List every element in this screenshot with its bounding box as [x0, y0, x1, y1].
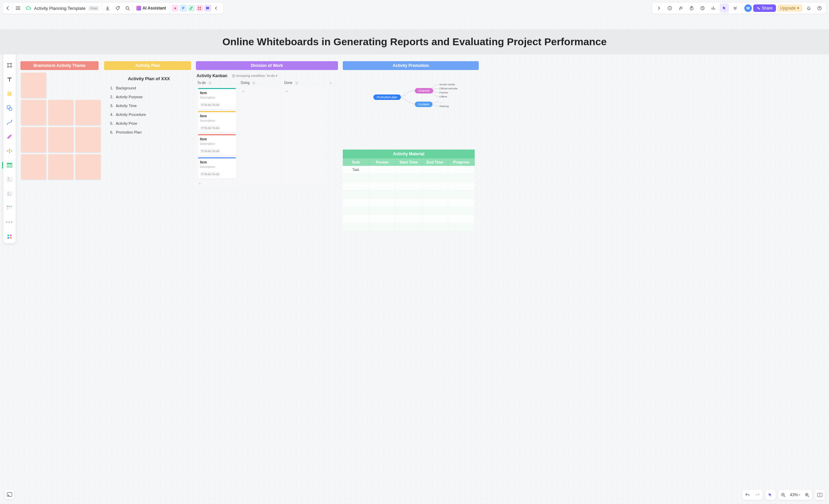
kanban-column-header[interactable]: Done0: [284, 80, 324, 87]
more-tools-button[interactable]: [730, 3, 740, 13]
material-cell[interactable]: [369, 207, 396, 215]
material-cell[interactable]: [448, 215, 475, 223]
material-header-cell[interactable]: Person: [369, 158, 396, 166]
material-cell[interactable]: [448, 198, 475, 207]
material-cell[interactable]: [343, 223, 369, 231]
sticky-note[interactable]: [75, 154, 101, 179]
document-title-wrap[interactable]: Activity Planning Template Free: [23, 3, 102, 14]
zoom-out-button[interactable]: [778, 490, 789, 500]
material-cell[interactable]: [395, 182, 422, 190]
material-cell[interactable]: [343, 198, 369, 207]
plan-heading[interactable]: Activity Plan of XXX: [110, 76, 188, 81]
kanban-column-body[interactable]: +: [240, 87, 281, 185]
pointer-button[interactable]: [765, 490, 776, 500]
shortcut-grid-icon[interactable]: [196, 5, 203, 12]
section-header-plan[interactable]: Activity Plan: [104, 61, 191, 70]
sticky-note[interactable]: [21, 100, 46, 125]
zoom-level[interactable]: 43%▾: [789, 492, 802, 497]
back-button[interactable]: [3, 3, 13, 14]
material-header-cell[interactable]: End Time: [422, 158, 449, 166]
material-cell[interactable]: [343, 174, 369, 182]
ai-assistant-button[interactable]: AI Assistant: [133, 3, 170, 14]
material-cell[interactable]: [395, 166, 422, 174]
kanban-column-header[interactable]: Doing0: [240, 80, 281, 87]
section-header-brainstorm[interactable]: Brainstorm Activity Theme: [20, 61, 99, 70]
mindmap-branch-content[interactable]: Content: [415, 102, 433, 107]
material-cell[interactable]: [343, 215, 369, 223]
redo-button[interactable]: [752, 490, 763, 500]
kanban-column-header[interactable]: To-do4: [197, 80, 237, 87]
kanban-add-card[interactable]: +: [285, 88, 323, 95]
vote-button[interactable]: [709, 3, 718, 13]
play-button[interactable]: [665, 3, 675, 13]
kanban-card[interactable]: ItemDescriptionTo-do: To-do: [198, 134, 236, 155]
shortcut-chat-icon[interactable]: [204, 5, 211, 12]
share-button[interactable]: Share: [753, 4, 776, 12]
plan-item[interactable]: 6. Promotion Plan: [110, 130, 188, 134]
kanban-add-card[interactable]: +: [198, 180, 236, 187]
mindmap-leaf[interactable]: Partner: [439, 91, 448, 94]
shortcut-sparkle-icon[interactable]: ✦: [172, 5, 179, 12]
board-title[interactable]: Online Whiteboards in Generating Reports…: [222, 36, 607, 48]
kanban-card[interactable]: ItemDescriptionTo-do: To-do: [198, 157, 236, 178]
menu-button[interactable]: [13, 3, 23, 14]
sticky-note[interactable]: [75, 100, 101, 125]
material-cell[interactable]: [369, 215, 396, 223]
sticky-note[interactable]: [21, 127, 46, 152]
material-cell[interactable]: [343, 207, 369, 215]
plan-item[interactable]: 1. Background: [110, 86, 188, 90]
expand-right-button[interactable]: [654, 3, 664, 13]
material-table[interactable]: Activity Material TaskPersonStart TimeEn…: [343, 150, 475, 231]
shortcut-p-icon[interactable]: P: [180, 5, 187, 12]
mindmap-leaf[interactable]: Sharing: [439, 105, 449, 108]
material-cell[interactable]: [422, 166, 449, 174]
document-title[interactable]: Activity Planning Template: [34, 6, 86, 11]
minimap-button[interactable]: [815, 490, 825, 500]
mindmap-leaf[interactable]: Social media: [439, 83, 455, 86]
user-avatar[interactable]: W: [744, 4, 752, 12]
material-cell[interactable]: [395, 198, 422, 207]
mindmap[interactable]: Promotion plan Channel Content Social me…: [373, 82, 479, 116]
material-cell[interactable]: [369, 190, 396, 198]
plan-item[interactable]: 4. Activity Procedure: [110, 112, 188, 117]
search-button[interactable]: [123, 3, 133, 14]
kanban-add-column[interactable]: +: [327, 80, 334, 189]
sticky-note[interactable]: [48, 100, 73, 125]
material-cell[interactable]: [448, 174, 475, 182]
material-cell[interactable]: [369, 182, 396, 190]
material-header-cell[interactable]: Task: [343, 158, 369, 166]
mindmap-leaf[interactable]: …: [439, 101, 442, 104]
upgrade-button[interactable]: Upgrade ✦: [777, 4, 802, 12]
zoom-in-button[interactable]: [802, 490, 812, 500]
kanban-title[interactable]: Activity Kanban: [197, 73, 227, 78]
material-cell[interactable]: [395, 190, 422, 198]
material-cell[interactable]: [422, 223, 449, 231]
section-header-promotion[interactable]: Activity Promotion: [343, 61, 479, 70]
sticky-note[interactable]: [48, 127, 73, 152]
sticky-note[interactable]: [21, 154, 46, 179]
mindmap-branch-channel[interactable]: Channel: [415, 88, 433, 93]
sticky-note[interactable]: [48, 154, 73, 179]
timer-button[interactable]: [698, 3, 707, 13]
sticky-note[interactable]: [21, 73, 46, 98]
kanban-add-card[interactable]: +: [241, 88, 280, 95]
download-button[interactable]: [102, 3, 113, 14]
notifications-button[interactable]: [804, 3, 813, 13]
tag-button[interactable]: [113, 3, 123, 14]
celebrate-button[interactable]: [676, 3, 686, 13]
mindmap-root[interactable]: Promotion plan: [373, 94, 401, 100]
material-cell[interactable]: [422, 215, 449, 223]
material-cell[interactable]: [369, 223, 396, 231]
material-title[interactable]: Activity Material: [343, 150, 475, 158]
material-cell[interactable]: [395, 174, 422, 182]
material-cell[interactable]: [422, 174, 449, 182]
material-cell[interactable]: [448, 166, 475, 174]
kanban-card[interactable]: ItemDescriptionTo-do: To-do: [198, 88, 236, 109]
material-cell[interactable]: [395, 207, 422, 215]
material-cell[interactable]: [448, 223, 475, 231]
material-header-cell[interactable]: Progress: [448, 158, 475, 166]
shortcut-flow-icon[interactable]: [188, 5, 195, 12]
material-cell[interactable]: [369, 198, 396, 207]
material-cell[interactable]: [343, 190, 369, 198]
material-cell[interactable]: [422, 198, 449, 207]
